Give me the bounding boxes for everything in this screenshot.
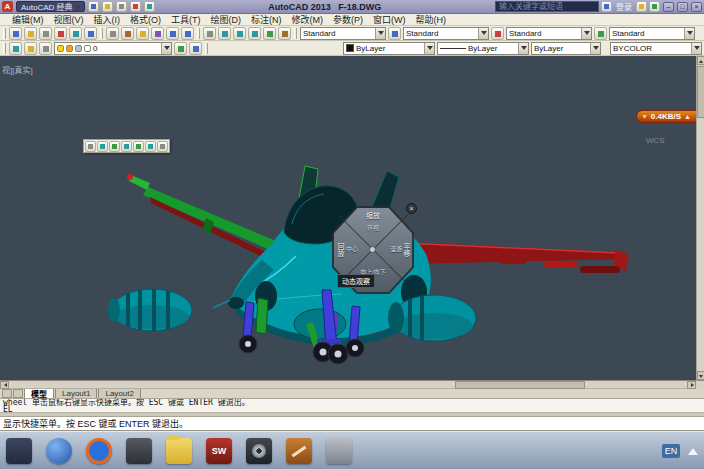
color-select[interactable]: ByLayer [343,42,435,55]
settings-icon[interactable] [326,438,352,464]
mleader-style-select[interactable]: Standard [609,27,695,40]
menu-modify[interactable]: 修改(M) [292,13,324,26]
scroll-left-arrow[interactable] [0,381,9,389]
steering-wheel-icon[interactable] [97,141,108,152]
layer-properties-icon[interactable] [9,42,22,55]
zoom-realtime-icon[interactable] [218,27,231,40]
menu-edit[interactable]: 编辑(M) [12,13,44,26]
plot-icon[interactable] [54,27,67,40]
firefox-icon[interactable] [86,438,112,464]
copy-icon[interactable] [121,27,134,40]
new-icon[interactable] [9,27,22,40]
scroll-right-arrow[interactable] [687,381,696,389]
wheel-zoom-sector[interactable]: 缩放 [366,210,380,220]
dropdown-arrow-icon[interactable] [590,43,600,54]
layer-isolate-icon[interactable] [39,42,52,55]
scroll-up-arrow[interactable] [697,56,704,65]
wheel-walk-sector[interactable]: 漫游 [390,244,402,253]
pan-realtime-icon[interactable] [203,27,216,40]
dropdown-arrow-icon[interactable] [375,28,385,39]
wheel-rewind-sector[interactable]: 回放 [335,243,345,257]
dropdown-arrow-icon[interactable] [691,43,701,54]
menu-tools[interactable]: 工具(T) [171,13,201,26]
start-icon[interactable] [6,438,32,464]
zoom-window-icon[interactable] [233,27,246,40]
menu-parametric[interactable]: 参数(P) [333,13,363,26]
folder-icon[interactable] [166,438,192,464]
wheel-orbit-sector[interactable]: 动态观察 [337,274,375,288]
dimension-style-icon[interactable] [491,27,504,40]
horizontal-scroll-thumb[interactable] [455,381,585,389]
paste-icon[interactable] [136,27,149,40]
open-icon[interactable] [24,27,37,40]
toolbar-grip[interactable] [3,43,6,54]
save-icon[interactable] [39,27,52,40]
autocad-logo-icon[interactable]: A [2,1,13,12]
favorites-star-icon[interactable] [636,1,647,12]
workspace-switcher[interactable]: AutoCAD 经典 [16,1,85,12]
open-file-icon[interactable] [102,1,113,12]
cut-icon[interactable] [106,27,119,40]
scroll-down-arrow[interactable] [697,371,704,380]
text-style-select[interactable]: Standard [300,27,386,40]
wheel-look-sector[interactable]: 环视 [367,223,379,232]
table-style-icon[interactable] [594,27,607,40]
dropdown-arrow-icon[interactable] [424,43,434,54]
viewcube-icon[interactable] [85,141,96,152]
vertical-scroll-thumb[interactable] [697,66,704,118]
toolbar-grip[interactable] [294,28,297,39]
wheel-close-button[interactable]: × [406,203,417,214]
close-button[interactable]: × [691,2,702,12]
messenger-icon[interactable] [46,438,72,464]
dropdown-arrow-icon[interactable] [684,28,694,39]
toolbar-grip[interactable] [100,28,103,39]
plot-icon[interactable] [130,1,141,12]
search-input[interactable] [495,1,599,12]
pan-hand-icon[interactable] [109,141,120,152]
tray-expand-icon[interactable] [688,443,698,455]
menu-format[interactable]: 格式(O) [130,13,161,26]
dim-style-select[interactable]: Standard [403,27,489,40]
tab-layout1[interactable]: Layout1 [55,388,97,398]
autocad-taskbar-icon[interactable] [286,438,312,464]
language-indicator[interactable]: EN [662,444,680,458]
dropdown-arrow-icon[interactable] [161,43,171,54]
menu-draw[interactable]: 绘图(D) [211,13,242,26]
layer-states-icon[interactable] [24,42,37,55]
zoom-tool-icon[interactable] [121,141,132,152]
menu-window[interactable]: 窗口(W) [373,13,406,26]
help-icon[interactable] [649,1,660,12]
publish-icon[interactable] [84,27,97,40]
maximize-button[interactable]: □ [677,2,688,12]
drawing-area[interactable]: 视][真实] ▼ 0.4KB/S ▲ WCS 缩放 环视 回放 平移 中心 [0,56,704,380]
toolbar-grip[interactable] [3,28,6,39]
orbit-tool-icon[interactable] [133,141,144,152]
command-input-line[interactable]: 显示快捷菜单。按 ESC 键或 ENTER 键退出。 [0,417,704,431]
dropdown-arrow-icon[interactable] [581,28,591,39]
undo-icon[interactable] [166,27,179,40]
cd-drive-icon[interactable] [246,438,272,464]
lineweight-select[interactable]: ByLayer [531,42,601,55]
minimize-button[interactable]: – [663,2,674,12]
make-current-icon[interactable] [174,42,187,55]
toolbar-grip[interactable] [205,43,208,54]
wheel-center-sector[interactable]: 中心 [346,244,358,253]
showmotion-icon[interactable] [145,141,156,152]
plot-preview-icon[interactable] [69,27,82,40]
tab-nav-last-icon[interactable] [13,389,23,398]
menu-view[interactable]: 视图(V) [54,13,84,26]
menu-insert[interactable]: 插入(I) [94,13,121,26]
menu-dimension[interactable]: 标注(N) [251,13,282,26]
redo-icon[interactable] [181,27,194,40]
tab-layout2[interactable]: Layout2 [98,388,140,398]
steering-wheel[interactable]: 缩放 环视 回放 平移 中心 漫游 向上/向下 动态观察 × [332,206,414,294]
media-player-icon[interactable] [126,438,152,464]
zoom-previous-icon[interactable] [248,27,261,40]
table-style-select[interactable]: Standard [506,27,592,40]
sign-in-link[interactable]: 登录 [614,1,634,12]
new-file-icon[interactable] [88,1,99,12]
nav-options-icon[interactable] [157,141,168,152]
save-icon[interactable] [116,1,127,12]
layer-previous-icon[interactable] [189,42,202,55]
text-style-icon[interactable] [388,27,401,40]
